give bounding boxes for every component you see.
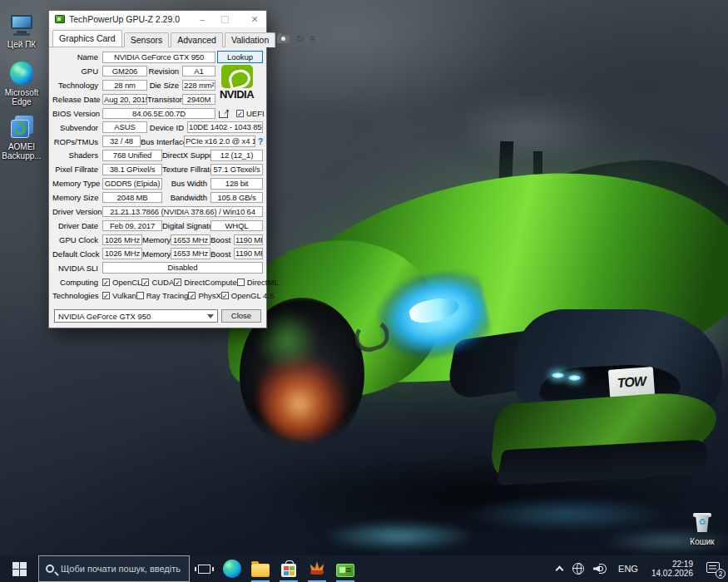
- taskbar-edge-button[interactable]: [218, 555, 246, 582]
- field-row-bios: BIOS Version 84.06.5E.00.7D ↗ ✓ UEFI: [52, 108, 263, 120]
- taskbar-crown-app-button[interactable]: [303, 555, 331, 582]
- checkbox-directml[interactable]: DirectML: [237, 278, 279, 287]
- field-row-driver-version: Driver Version 21.21.13.7866 (NVIDIA 378…: [52, 206, 263, 218]
- minimize-button[interactable]: –: [196, 14, 208, 24]
- crown-app-icon: [309, 561, 325, 576]
- system-tray: ENG 22:19 14.02.2026 2: [552, 555, 728, 582]
- refresh-icon[interactable]: ↻: [295, 34, 304, 44]
- nvidia-eye-icon: [221, 65, 253, 88]
- gpuz-app-icon: [55, 15, 65, 23]
- pixel-fillrate-value: 38.1 GPixel/s: [102, 164, 162, 175]
- share-bios-icon[interactable]: ↗: [219, 109, 230, 118]
- task-view-button[interactable]: [190, 555, 218, 582]
- driver-date-value: Feb 09, 2017: [102, 220, 162, 232]
- field-row-subvendor: Subvendor ASUS Device ID 10DE 1402 - 104…: [52, 121, 263, 133]
- gpuz-tabstrip: Graphics Card Sensors Advanced Validatio…: [49, 27, 266, 47]
- desktop-icon-label: Кошик: [679, 537, 726, 546]
- subvendor-value: ASUS: [102, 121, 147, 133]
- task-view-icon: [198, 565, 210, 574]
- checkbox-directcompute[interactable]: ✓ DirectCompute: [174, 278, 236, 287]
- field-row-computing: Computing ✓ OpenCL ✓ CUDA ✓ DirectComput…: [52, 276, 263, 288]
- field-row-sli: NVIDIA SLI Disabled: [52, 262, 263, 274]
- taskbar-clock[interactable]: 22:19 14.02.2026: [645, 560, 700, 578]
- checkbox-physx[interactable]: ✓ PhysX: [188, 291, 220, 300]
- technology-value: 28 nm: [102, 80, 147, 91]
- field-row-shaders: Shaders 768 Unified DirectX Support 12 (…: [52, 150, 263, 161]
- taskbar: ENG 22:19 14.02.2026 2: [0, 555, 728, 582]
- rops-tmus-value: 32 / 48: [102, 136, 141, 147]
- hidden-icons-chevron[interactable]: [552, 555, 568, 582]
- windows-logo-icon: [12, 562, 27, 576]
- memory-clock-value: 1653 MHz: [171, 234, 210, 246]
- taskbar-gpuz-button[interactable]: [331, 555, 359, 582]
- clock-date: 14.02.2026: [651, 569, 693, 578]
- close-button[interactable]: Close: [221, 309, 261, 323]
- wallpaper-fog-light: [568, 375, 581, 381]
- checkbox-opencl[interactable]: ✓ OpenCL: [102, 278, 141, 287]
- clock-time: 22:19: [651, 560, 693, 569]
- taskbar-store-button[interactable]: [275, 555, 303, 582]
- search-icon: [46, 565, 54, 573]
- device-id-value: 10DE 1402 - 1043 8585: [187, 121, 263, 133]
- desktop: TOW Цей ПК Microsoft Edge AOMEI Backupp.…: [0, 0, 728, 582]
- field-row-memory-type: Memory Type GDDR5 (Elpida) Bus Width 128…: [52, 178, 263, 190]
- menu-hamburger-icon[interactable]: ≡: [310, 34, 315, 44]
- bios-version-value: 84.06.5E.00.7D: [102, 108, 215, 120]
- taskbar-file-explorer-button[interactable]: [246, 555, 275, 582]
- memory-size-value: 2048 MB: [102, 192, 162, 204]
- tab-advanced[interactable]: Advanced: [171, 32, 223, 47]
- transistors-value: 2940M: [182, 94, 215, 106]
- default-memory-clock-value: 1653 MHz: [171, 248, 210, 259]
- card-selector-dropdown[interactable]: NVIDIA GeForce GTX 950: [54, 309, 218, 323]
- screenshot-camera-icon[interactable]: [277, 35, 290, 43]
- gpuz-titlebar[interactable]: TechPowerUp GPU-Z 2.29.0 – ✕: [49, 11, 266, 27]
- desktop-icon-aomei-backupper[interactable]: AOMEI Backupp...: [0, 114, 45, 160]
- checkbox-vulkan[interactable]: ✓ Vulkan: [102, 291, 136, 300]
- gpuz-window: TechPowerUp GPU-Z 2.29.0 – ✕ Graphics Ca…: [48, 10, 267, 328]
- notification-badge: 2: [716, 569, 726, 579]
- gpu-value: GM206: [102, 66, 147, 77]
- checkbox-opengl[interactable]: ✓ OpenGL 4.5: [221, 291, 274, 300]
- bus-interface-value: PCIe x16 2.0 @ x4 1.1: [184, 136, 255, 147]
- desktop-icon-edge[interactable]: Microsoft Edge: [0, 60, 45, 106]
- recycle-bin-icon: ♻: [689, 509, 716, 535]
- window-title: TechPowerUp GPU-Z 2.29.0: [69, 14, 196, 24]
- action-center-button[interactable]: 2: [700, 555, 728, 582]
- desktop-icon-recycle-bin[interactable]: ♻ Кошик: [679, 509, 726, 546]
- search-input[interactable]: [61, 564, 182, 574]
- desktop-icon-label: Microsoft Edge: [0, 88, 45, 106]
- field-row-default-clock: Default Clock 1026 MHz Memory 1653 MHz B…: [52, 248, 263, 259]
- volume-icon[interactable]: [592, 562, 607, 575]
- checkbox-ray-tracing[interactable]: Ray Tracing: [136, 291, 189, 300]
- checkbox-cuda[interactable]: ✓ CUDA: [141, 278, 174, 287]
- edge-icon: [223, 560, 241, 578]
- bus-interface-help-icon[interactable]: ?: [258, 137, 263, 146]
- start-button[interactable]: [0, 555, 38, 582]
- nvidia-logo: NVIDIA: [213, 65, 260, 104]
- lookup-button[interactable]: Lookup: [217, 51, 263, 63]
- tab-graphics-card[interactable]: Graphics Card: [52, 30, 122, 47]
- taskbar-search[interactable]: [38, 555, 190, 582]
- close-window-button[interactable]: ✕: [249, 14, 260, 25]
- language-indicator[interactable]: ENG: [612, 564, 645, 574]
- network-globe-icon[interactable]: [572, 563, 584, 575]
- tab-sensors[interactable]: Sensors: [124, 32, 170, 47]
- revision-value: A1: [182, 66, 215, 77]
- file-explorer-icon: [251, 564, 270, 577]
- directx-support-value: 12 (12_1): [210, 150, 263, 161]
- driver-version-value: 21.21.13.7866 (NVIDIA 378.66) / Win10 64: [102, 206, 263, 218]
- desktop-icon-label: AOMEI Backupp...: [0, 142, 45, 160]
- tab-validation[interactable]: Validation: [225, 32, 275, 47]
- field-row-pixel-fillrate: Pixel Fillrate 38.1 GPixel/s Texture Fil…: [52, 164, 263, 175]
- checkbox-box: ✓: [236, 110, 244, 117]
- bus-width-value: 128 bit: [210, 178, 263, 190]
- release-date-value: Aug 20, 2015: [102, 94, 147, 106]
- default-clock-value: 1026 MHz: [102, 248, 142, 259]
- uefi-checkbox[interactable]: ✓ UEFI: [236, 109, 265, 118]
- gpuz-content: NVIDIA Name NVIDIA GeForce GTX 950 Looku…: [49, 47, 266, 306]
- maximize-button: [221, 16, 229, 23]
- chevron-down-icon: [207, 314, 214, 318]
- shaders-value: 768 Unified: [102, 150, 162, 161]
- desktop-icon-this-pc[interactable]: Цей ПК: [0, 12, 45, 49]
- desktop-icon-label: Цей ПК: [0, 40, 45, 49]
